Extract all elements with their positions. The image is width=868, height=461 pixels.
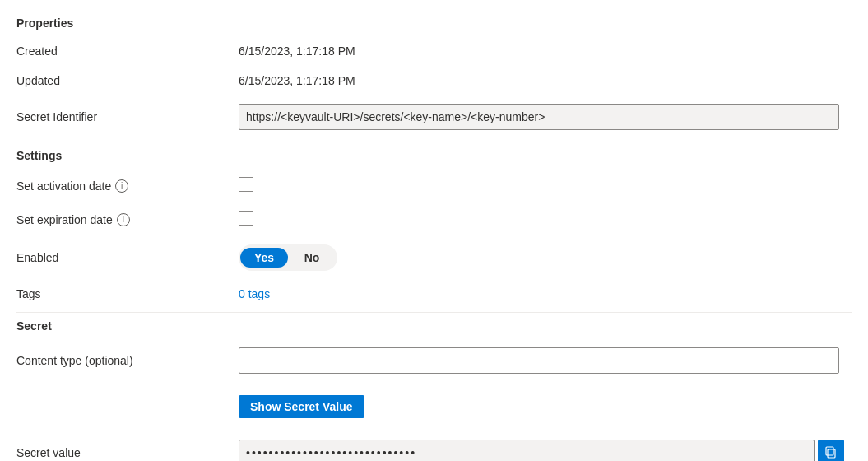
secret-value-input[interactable]	[239, 440, 815, 461]
expiration-info-icon: i	[117, 213, 130, 226]
updated-row: Updated 6/15/2023, 1:17:18 PM	[16, 66, 852, 95]
properties-title: Properties	[16, 16, 852, 30]
updated-value: 6/15/2023, 1:17:18 PM	[239, 74, 852, 87]
show-secret-button[interactable]: Show Secret Value	[239, 395, 364, 418]
expiration-checkbox-container	[239, 211, 852, 228]
enabled-label: Enabled	[16, 251, 239, 264]
enabled-row: Enabled Yes No	[16, 236, 852, 279]
settings-section: Settings Set activation date i Set expir…	[16, 149, 852, 309]
properties-section: Properties Created 6/15/2023, 1:17:18 PM…	[16, 16, 852, 138]
secret-identifier-input[interactable]	[239, 104, 839, 130]
toggle-yes[interactable]: Yes	[240, 248, 288, 268]
enabled-toggle[interactable]: Yes No	[239, 244, 337, 271]
secret-identifier-value	[239, 104, 852, 130]
activation-checkbox-container	[239, 177, 852, 194]
content-type-row: Content type (optional)	[16, 339, 852, 382]
activation-info-icon: i	[115, 179, 128, 193]
content-type-input-container	[239, 347, 852, 374]
content-type-input[interactable]	[239, 347, 839, 374]
activation-row: Set activation date i	[16, 169, 852, 203]
secret-identifier-row: Secret Identifier	[16, 95, 852, 138]
created-value: 6/15/2023, 1:17:18 PM	[239, 44, 852, 58]
show-secret-row: Show Secret Value	[16, 382, 852, 431]
created-row: Created 6/15/2023, 1:17:18 PM	[16, 36, 852, 66]
content-type-label: Content type (optional)	[16, 354, 239, 367]
activation-checkbox[interactable]	[239, 177, 253, 192]
secret-value-row: Secret value	[16, 431, 852, 461]
svg-rect-0	[828, 449, 835, 458]
secret-title: Secret	[16, 319, 852, 333]
created-label: Created	[16, 44, 239, 58]
secret-value-label: Secret value	[16, 446, 239, 459]
expiration-row: Set expiration date i	[16, 203, 852, 236]
tags-label: Tags	[16, 287, 239, 300]
copy-secret-button[interactable]	[818, 440, 844, 461]
enabled-toggle-container: Yes No	[239, 244, 852, 271]
expiration-label: Set expiration date i	[16, 213, 239, 226]
tags-link[interactable]: 0 tags	[239, 287, 270, 300]
copy-icon	[824, 446, 838, 459]
tags-value: 0 tags	[239, 287, 852, 300]
secret-section: Secret Content type (optional) Show Secr…	[16, 319, 852, 461]
updated-label: Updated	[16, 74, 239, 87]
secret-value-container	[239, 440, 852, 461]
divider-2	[16, 312, 852, 313]
show-secret-btn-container: Show Secret Value	[239, 390, 852, 423]
toggle-no[interactable]: No	[288, 248, 336, 268]
settings-title: Settings	[16, 149, 852, 162]
activation-label: Set activation date i	[16, 179, 239, 193]
svg-rect-1	[826, 447, 833, 455]
tags-row: Tags 0 tags	[16, 279, 852, 309]
divider-1	[16, 142, 852, 142]
expiration-checkbox[interactable]	[239, 211, 253, 226]
secret-identifier-label: Secret Identifier	[16, 110, 239, 123]
